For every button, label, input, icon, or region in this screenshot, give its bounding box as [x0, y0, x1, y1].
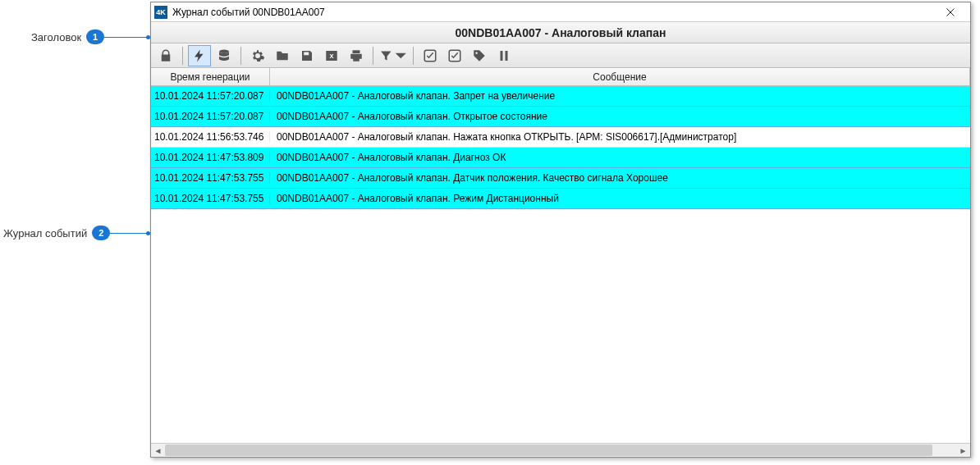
titlebar[interactable]: 4K Журнал событий 00NDB01AA007: [151, 2, 970, 22]
check-button[interactable]: [419, 45, 442, 66]
svg-point-0: [219, 49, 229, 53]
header-bar: 00NDB01AA007 - Аналоговый клапан: [151, 22, 970, 43]
save-button[interactable]: [295, 45, 318, 66]
annotation-label-header: Заголовок: [31, 31, 86, 43]
scroll-right-button[interactable]: ►: [956, 444, 970, 457]
toolbar-sep: [413, 47, 414, 65]
cell-time: 10.01.2024 11:57:20.087: [151, 90, 270, 102]
table-row[interactable]: 10.01.2024 11:56:53.74600NDB01AA007 - Ан…: [151, 127, 970, 148]
annotation-badge-1: 1: [86, 30, 104, 44]
scroll-thumb[interactable]: [165, 444, 932, 456]
window-title: Журнал событий 00NDB01AA007: [172, 7, 934, 18]
check-all-button[interactable]: [443, 45, 466, 66]
svg-text:X: X: [329, 52, 333, 60]
cell-time: 10.01.2024 11:47:53.755: [151, 193, 270, 204]
settings-button[interactable]: [246, 45, 269, 66]
svg-point-5: [475, 52, 477, 53]
toolbar-sep: [182, 47, 183, 65]
svg-rect-7: [506, 51, 508, 61]
cell-message: 00NDB01AA007 - Аналоговый клапан. Открыт…: [270, 111, 970, 122]
close-button[interactable]: [934, 3, 967, 21]
table-row[interactable]: 10.01.2024 11:47:53.80900NDB01AA007 - Ан…: [151, 148, 970, 168]
column-header-time[interactable]: Время генерации: [151, 68, 270, 85]
column-header-message[interactable]: Сообщение: [270, 68, 970, 85]
cell-message: 00NDB01AA007 - Аналоговый клапан. Диагно…: [270, 152, 970, 163]
cell-message: 00NDB01AA007 - Аналоговый клапан. Датчик…: [270, 172, 970, 184]
scroll-track[interactable]: [165, 444, 956, 457]
table-row[interactable]: 10.01.2024 11:47:53.75500NDB01AA007 - Ан…: [151, 189, 970, 209]
table-row[interactable]: 10.01.2024 11:47:53.75500NDB01AA007 - Ан…: [151, 168, 970, 189]
bolt-button[interactable]: [188, 45, 211, 66]
cell-time: 10.01.2024 11:47:53.809: [151, 152, 270, 163]
cell-time: 10.01.2024 11:56:53.746: [151, 131, 270, 143]
print-button[interactable]: [345, 45, 368, 66]
svg-rect-6: [501, 51, 503, 61]
pause-button[interactable]: [492, 45, 515, 66]
table-row[interactable]: 10.01.2024 11:57:20.08700NDB01AA007 - Ан…: [151, 86, 970, 107]
event-log-window: 4K Журнал событий 00NDB01AA007 00NDB01AA…: [150, 2, 971, 458]
table-body: 10.01.2024 11:57:20.08700NDB01AA007 - Ан…: [151, 86, 970, 443]
cell-message: 00NDB01AA007 - Аналоговый клапан. Запрет…: [270, 90, 970, 102]
header-title: 00NDB01AA007 - Аналоговый клапан: [456, 26, 666, 39]
toolbar-sep: [240, 47, 241, 65]
annotation-label-log: Журнал событий: [3, 227, 92, 239]
cell-time: 10.01.2024 11:57:20.087: [151, 111, 270, 122]
scroll-left-button[interactable]: ◄: [151, 444, 165, 457]
folder-button[interactable]: [271, 45, 294, 66]
excel-button[interactable]: X: [320, 45, 343, 66]
annotation-layer: Заголовок 1 Журнал событий 2: [0, 0, 150, 459]
lock-button[interactable]: [154, 45, 177, 66]
annotation-badge-2: 2: [92, 226, 110, 240]
tag-button[interactable]: [468, 45, 491, 66]
annotation-line: [104, 37, 146, 38]
table-row[interactable]: 10.01.2024 11:57:20.08700NDB01AA007 - Ан…: [151, 107, 970, 127]
cell-message: 00NDB01AA007 - Аналоговый клапан. Режим …: [270, 193, 970, 204]
table-header: Время генерации Сообщение: [151, 68, 970, 86]
filter-button[interactable]: [378, 45, 408, 66]
cell-time: 10.01.2024 11:47:53.755: [151, 172, 270, 184]
cell-message: 00NDB01AA007 - Аналоговый клапан. Нажата…: [270, 131, 970, 143]
annotation-line: [110, 233, 146, 234]
app-icon: 4K: [154, 6, 167, 19]
database-button[interactable]: [213, 45, 236, 66]
toolbar-sep: [373, 47, 373, 65]
toolbar: X: [151, 43, 970, 68]
scrollbar-horizontal[interactable]: ◄ ►: [151, 443, 970, 457]
